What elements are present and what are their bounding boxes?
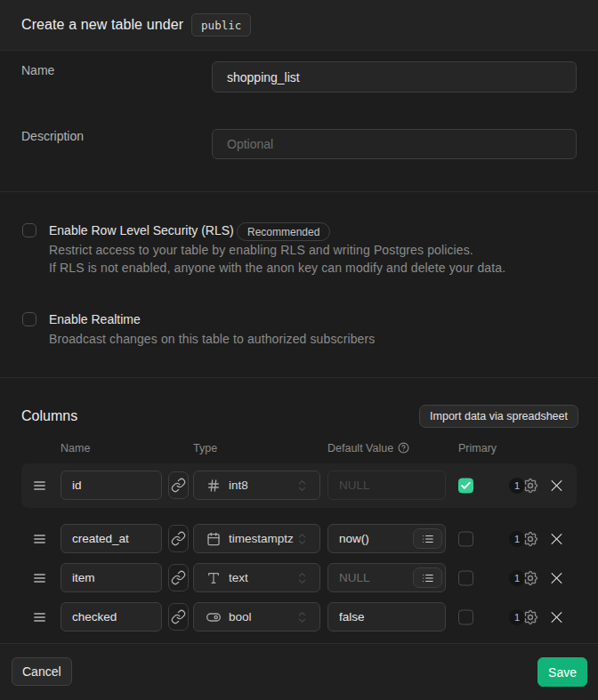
- columns-heading: Columns: [21, 408, 77, 424]
- toggle-icon: [206, 610, 221, 624]
- panel-header: Create a new table under public: [0, 0, 598, 51]
- list-icon: [422, 572, 434, 584]
- link-icon: [171, 478, 186, 493]
- save-button[interactable]: Save: [537, 657, 587, 687]
- remove-column-button[interactable]: [551, 479, 562, 491]
- primary-checkbox[interactable]: [458, 531, 473, 546]
- x-icon: [551, 611, 562, 623]
- col-header-default: Default Value: [327, 442, 393, 455]
- foreign-key-button[interactable]: [168, 525, 189, 552]
- column-row: text 1: [0, 563, 598, 592]
- column-type-value: timestamptz: [229, 532, 294, 545]
- section-divider: [0, 191, 598, 192]
- settings-count-badge: 1: [509, 478, 525, 494]
- remove-column-button[interactable]: [551, 533, 562, 544]
- primary-checkbox[interactable]: [458, 609, 473, 624]
- foreign-key-button[interactable]: [168, 564, 189, 591]
- chevrons-up-down-icon: [298, 571, 306, 585]
- column-type-select[interactable]: bool: [193, 602, 320, 632]
- chevrons-up-down-icon: [298, 610, 306, 624]
- help-circle-icon: [398, 442, 409, 454]
- realtime-checkbox[interactable]: [22, 312, 36, 326]
- table-description-input[interactable]: [212, 129, 577, 159]
- calendar-icon: [206, 532, 221, 546]
- create-table-panel: Create a new table under public Name Des…: [0, 0, 598, 700]
- column-type-select[interactable]: timestamptz: [193, 524, 320, 553]
- drag-handle-icon[interactable]: [34, 535, 45, 543]
- chevrons-up-down-icon: [298, 532, 306, 546]
- remove-column-button[interactable]: [551, 611, 562, 623]
- link-icon: [171, 609, 186, 624]
- column-type-value: int8: [229, 479, 248, 492]
- x-icon: [551, 479, 562, 491]
- column-name-input[interactable]: [61, 602, 162, 632]
- settings-count-badge: 1: [509, 609, 525, 625]
- suggestions-button[interactable]: [413, 528, 442, 549]
- cancel-button[interactable]: Cancel: [12, 657, 72, 686]
- column-type-value: text: [229, 571, 248, 584]
- column-name-input[interactable]: [61, 471, 162, 500]
- rls-description: Restrict access to your table by enablin…: [49, 241, 505, 277]
- description-label: Description: [21, 129, 84, 143]
- col-header-primary: Primary: [458, 442, 497, 455]
- column-type-select[interactable]: text: [193, 563, 320, 592]
- check-icon: [460, 479, 472, 491]
- column-name-input[interactable]: [61, 524, 162, 553]
- column-row: int8 1: [0, 471, 598, 500]
- column-name-input[interactable]: [61, 563, 162, 592]
- x-icon: [551, 533, 562, 544]
- settings-count-badge: 1: [509, 570, 525, 586]
- chevrons-up-down-icon: [298, 479, 306, 493]
- drag-handle-icon[interactable]: [34, 481, 45, 490]
- col-header-name: Name: [61, 442, 90, 455]
- link-icon: [171, 570, 186, 585]
- suggestions-button[interactable]: [413, 567, 442, 588]
- recommended-badge: Recommended: [237, 222, 330, 241]
- drag-handle-icon[interactable]: [34, 613, 45, 622]
- rls-label: Enable Row Level Security (RLS): [49, 223, 234, 237]
- schema-badge: public: [191, 13, 251, 36]
- realtime-description: Broadcast changes on this table to autho…: [49, 330, 375, 348]
- column-type-value: bool: [229, 610, 252, 624]
- hash-icon: [206, 479, 221, 493]
- foreign-key-button[interactable]: [168, 471, 189, 499]
- primary-checkbox[interactable]: [458, 570, 473, 585]
- column-row: bool 1: [0, 602, 598, 632]
- x-icon: [551, 572, 562, 583]
- table-name-input[interactable]: [212, 61, 577, 93]
- section-divider-2: [0, 377, 598, 378]
- column-row: timestamptz 1: [0, 524, 598, 553]
- settings-count-badge: 1: [509, 531, 525, 547]
- type-icon: [206, 571, 221, 585]
- rls-checkbox[interactable]: [22, 223, 36, 237]
- foreign-key-button[interactable]: [168, 603, 189, 631]
- realtime-label: Enable Realtime: [49, 312, 141, 326]
- remove-column-button[interactable]: [551, 572, 562, 583]
- col-header-type: Type: [193, 442, 217, 455]
- import-data-button[interactable]: Import data via spreadsheet: [419, 405, 578, 428]
- drag-handle-icon[interactable]: [34, 574, 45, 583]
- panel-footer: Cancel Save: [0, 643, 598, 700]
- column-default-input: [327, 471, 446, 500]
- column-default-input[interactable]: [327, 602, 446, 632]
- panel-title: Create a new table under: [21, 17, 183, 33]
- link-icon: [171, 531, 186, 546]
- primary-checkbox[interactable]: [458, 478, 473, 493]
- column-type-select[interactable]: int8: [193, 471, 320, 500]
- name-label: Name: [21, 63, 54, 77]
- list-icon: [422, 533, 434, 545]
